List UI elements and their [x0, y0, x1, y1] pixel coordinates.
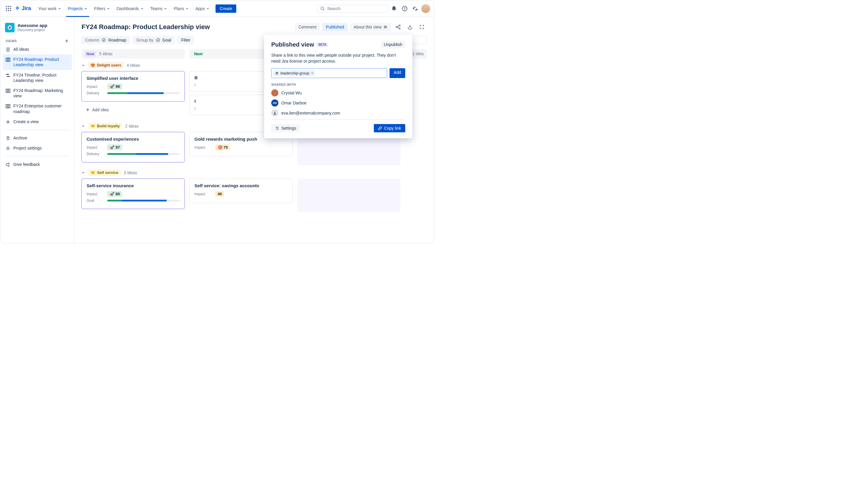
nav-your-work[interactable]: Your work	[35, 4, 64, 13]
sidebar-project-settings[interactable]: Project settings	[3, 143, 72, 153]
svg-rect-22	[7, 89, 9, 93]
timeline-icon	[6, 73, 10, 78]
product-name: Jira	[22, 5, 31, 11]
svg-point-28	[396, 26, 397, 28]
trash-icon	[6, 136, 10, 141]
nav-apps[interactable]: Apps	[192, 4, 213, 13]
sidebar-feedback[interactable]: Give feedback	[3, 159, 72, 169]
svg-rect-17	[7, 58, 9, 61]
sidebar-archive[interactable]: Archive	[3, 133, 72, 143]
svg-point-9	[321, 7, 324, 10]
svg-point-27	[7, 148, 9, 149]
export-icon[interactable]	[405, 22, 415, 32]
notifications-icon[interactable]	[389, 4, 399, 13]
app-switcher-icon[interactable]	[4, 4, 13, 13]
menu-icon	[383, 25, 388, 29]
add-idea-button[interactable]: Add idea	[82, 105, 185, 115]
share-input[interactable]: leadership-group ×	[271, 68, 387, 78]
board-icon	[6, 88, 10, 93]
link-icon	[378, 126, 382, 130]
board-icon	[6, 57, 10, 62]
chevron-down-icon	[82, 124, 85, 128]
sidebar-create-view[interactable]: Create a view	[3, 117, 72, 127]
idea-card[interactable]: Self service: savings accounts Impact46	[189, 179, 292, 203]
published-view-popover: Published view BETA Unpublish Share a li…	[264, 35, 412, 138]
published-button[interactable]: Published	[322, 23, 348, 31]
idea-card[interactable]: Customised experiences Impact🚀 97 Delive…	[82, 132, 185, 162]
shared-person: OD Omar Darboe	[271, 99, 405, 107]
fullscreen-icon[interactable]	[417, 22, 427, 32]
gear-icon	[6, 146, 10, 151]
svg-point-32	[156, 38, 159, 42]
top-nav: Jira Your work Projects Filters Dashboar…	[0, 0, 434, 17]
placeholder-card	[297, 179, 401, 212]
svg-rect-25	[7, 105, 9, 108]
nav-plans[interactable]: Plans	[171, 4, 192, 13]
svg-rect-5	[10, 8, 11, 9]
create-button[interactable]: Create	[216, 4, 236, 13]
idea-card[interactable]: Self-service insurance Impact🚀 80 Goal	[82, 179, 185, 209]
group-by-filter[interactable]: Group by Goal	[133, 36, 175, 44]
add-view-icon[interactable]	[65, 39, 69, 43]
sidebar-fy24-enterprise[interactable]: FY24 Enterprise customer roadmap	[3, 101, 72, 116]
svg-rect-21	[6, 89, 7, 93]
nav-teams[interactable]: Teams	[147, 4, 170, 13]
person-avatar	[271, 110, 278, 117]
column-filter[interactable]: Column Roadmap	[82, 36, 130, 44]
copy-link-button[interactable]: Copy link	[374, 124, 405, 132]
person-avatar	[271, 89, 278, 96]
sidebar-all-ideas[interactable]: All ideas	[3, 44, 72, 54]
global-search[interactable]	[317, 5, 388, 12]
megaphone-icon	[6, 162, 10, 167]
list-icon	[6, 47, 10, 52]
column-now[interactable]: Now5 ideas	[82, 49, 185, 58]
popover-title: Published view	[271, 41, 314, 48]
page-title: FY24 Roadmap: Product Leadership view	[82, 23, 292, 31]
svg-point-35	[277, 72, 278, 73]
about-view-button[interactable]: About this view	[350, 23, 391, 31]
check-circle-icon	[102, 38, 106, 42]
group-chip[interactable]: leadership-group ×	[273, 70, 315, 76]
nav-filters[interactable]: Filters	[91, 4, 113, 13]
project-name: Awesome app	[18, 23, 48, 28]
svg-rect-3	[6, 8, 7, 9]
add-button[interactable]: Add	[390, 68, 405, 78]
svg-point-15	[10, 27, 11, 28]
nav-dashboards[interactable]: Dashboards	[114, 4, 147, 13]
svg-point-29	[399, 25, 400, 26]
plus-icon	[6, 120, 10, 124]
project-header[interactable]: Awesome app Discovery project	[3, 22, 72, 38]
filter-chip[interactable]: Filter	[178, 36, 194, 44]
idea-card[interactable]: Simplified user interface Impact🚀 98 Del…	[82, 71, 185, 102]
search-icon	[320, 6, 325, 11]
sidebar-fy24-roadmap-product[interactable]: FY24 Roadmap: Product Leadership view	[3, 54, 72, 70]
share-icon[interactable]	[393, 22, 403, 32]
svg-point-34	[276, 72, 277, 73]
settings-icon[interactable]	[410, 4, 420, 13]
svg-rect-26	[9, 105, 10, 108]
group-header-self-service[interactable]: 🤝Self service 3 ideas	[82, 169, 427, 176]
help-icon[interactable]: ?	[400, 4, 409, 13]
check-circle-icon	[156, 38, 160, 42]
search-input[interactable]	[327, 6, 385, 11]
nav-projects[interactable]: Projects	[65, 4, 91, 13]
svg-point-30	[399, 28, 400, 29]
svg-text:?: ?	[404, 7, 406, 10]
svg-rect-20	[7, 76, 10, 77]
svg-rect-16	[6, 58, 7, 61]
project-type: Discovery project	[18, 28, 48, 32]
sidebar-fy24-timeline[interactable]: FY24 Timeline: Product Leadership view	[3, 70, 72, 85]
user-avatar[interactable]	[421, 4, 430, 13]
shared-with-label: SHARED WITH	[271, 83, 405, 86]
svg-rect-18	[9, 58, 10, 61]
svg-point-31	[102, 38, 105, 42]
sidebar-fy24-marketing[interactable]: FY24 Roadmap: Marketing view	[3, 85, 72, 101]
popover-settings-button[interactable]: Settings	[271, 124, 300, 132]
comment-button[interactable]: Comment	[295, 23, 320, 31]
jira-logo[interactable]: Jira	[14, 5, 31, 11]
svg-rect-19	[6, 74, 9, 75]
svg-rect-1	[8, 6, 9, 7]
remove-chip-icon[interactable]: ×	[311, 71, 314, 75]
unpublish-button[interactable]: Unpublish	[381, 41, 405, 48]
project-icon	[5, 23, 14, 32]
